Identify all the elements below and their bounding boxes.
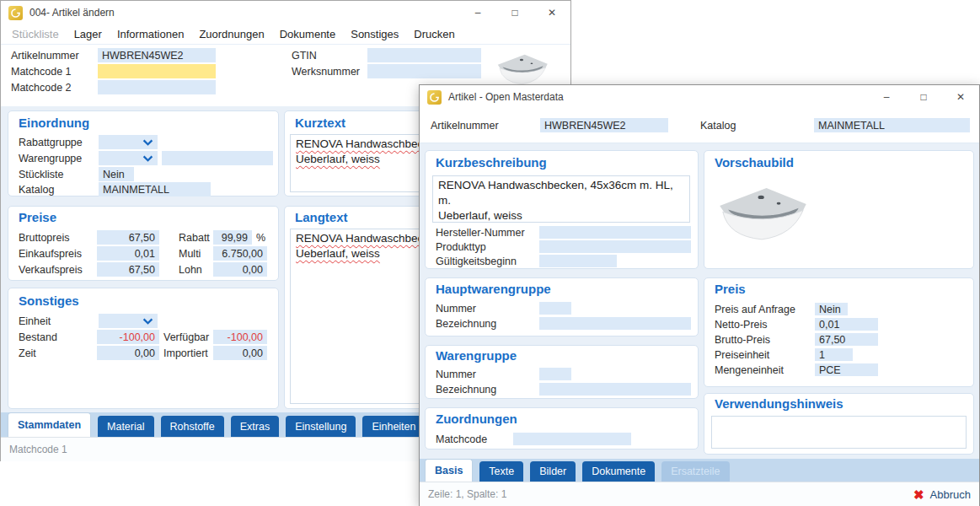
werksnummer-label: Werksnummer	[292, 66, 360, 78]
warengruppe-text-field[interactable]	[162, 151, 273, 165]
close-button[interactable]: ✕	[533, 1, 570, 24]
hersteller-nummer-label: Hersteller-Nummer	[436, 227, 525, 239]
gueltigkeitsbeginn-label: Gültigkeitsbeginn	[436, 256, 517, 267]
menu-drucken[interactable]: Drucken	[406, 28, 462, 40]
tab-basis[interactable]: Basis	[425, 459, 473, 482]
langtext-title: Langtext	[295, 210, 348, 224]
bestand-label: Bestand	[19, 331, 57, 343]
matchcode1-label: Matchcode 1	[11, 66, 72, 78]
tab-dokumente[interactable]: Dokumente	[582, 461, 655, 482]
menu-lager[interactable]: Lager	[67, 28, 110, 40]
wg-bezeichnung-field[interactable]	[539, 383, 691, 396]
panel-sonstiges: Sonstiges Einheit Bestand -100,00 Verfüg…	[8, 288, 279, 409]
hwg-bezeichnung-field[interactable]	[539, 317, 691, 330]
verfuegbar-field[interactable]: -100,00	[213, 330, 267, 344]
window-title: Artikel - Open Masterdata	[448, 91, 564, 103]
tab-extras[interactable]: Extras	[231, 416, 279, 437]
netto-preis-label: Netto-Preis	[715, 319, 768, 331]
tab-stammdaten[interactable]: Stammdaten	[8, 412, 91, 437]
tab-bilder[interactable]: Bilder	[530, 461, 576, 482]
mengeneinheit-label: Mengeneinheit	[715, 364, 784, 376]
titlebar[interactable]: 004- Artikel ändern – □ ✕	[1, 1, 570, 24]
bestand-field[interactable]: -100,00	[97, 330, 159, 344]
panel-zuordnungen: Zuordnungen Matchcode	[425, 407, 699, 449]
matchcode2-field[interactable]	[98, 80, 216, 94]
netto-preis-field[interactable]: 0,01	[815, 318, 878, 331]
warengruppe-dropdown[interactable]	[99, 151, 158, 165]
rabatt-percent-suffix: %	[256, 232, 265, 244]
menu-zuordnungen[interactable]: Zuordnungen	[191, 28, 271, 40]
einkaufspreis-label: Einkaufspreis	[19, 248, 82, 260]
hwg-nummer-field[interactable]	[539, 302, 571, 315]
rabattgruppe-label: Rabattgruppe	[19, 137, 83, 148]
rabatt-field[interactable]: 99,99	[213, 230, 252, 245]
bruttopreis-field[interactable]: 67,50	[97, 230, 159, 245]
wg-nummer-field[interactable]	[539, 368, 571, 380]
einordnung-title: Einordnung	[19, 116, 89, 130]
status-text: Matchcode 1	[9, 444, 67, 455]
stueckliste-field[interactable]: Nein	[99, 167, 134, 181]
close-button[interactable]: ✕	[942, 85, 979, 109]
panel-preise: Preise Bruttopreis 67,50 Rabatt 99,99 % …	[8, 206, 279, 281]
minimize-button[interactable]: –	[868, 85, 905, 109]
verkaufspreis-field[interactable]: 67,50	[97, 262, 159, 277]
stueckliste-label: Stückliste	[19, 169, 64, 180]
multi-field[interactable]: 6.750,00	[213, 246, 267, 261]
hersteller-nummer-field[interactable]	[539, 226, 691, 239]
katalog-field[interactable]: MAINMETALL	[814, 118, 970, 132]
werksnummer-field[interactable]	[367, 64, 481, 78]
panel-kurzbeschreibung: Kurzbeschreibung RENOVA Handwaschbecken,…	[425, 150, 699, 269]
maximize-button[interactable]: □	[496, 1, 533, 24]
screen: 004- Artikel ändern – □ ✕ Stückliste Lag…	[0, 0, 980, 506]
preis-auf-anfrage-field[interactable]: Nein	[815, 303, 848, 315]
preis-auf-anfrage-label: Preis auf Anfrage	[715, 304, 795, 315]
titlebar[interactable]: Artikel - Open Masterdata – □ ✕	[420, 85, 979, 109]
kurztext-title: Kurztext	[295, 116, 345, 130]
preiseinheit-field[interactable]: 1	[815, 348, 853, 361]
brutto-preis-label: Brutto-Preis	[715, 334, 770, 346]
bezeichnung-label: Bezeichnung	[436, 384, 496, 396]
minimize-button[interactable]: –	[459, 1, 496, 24]
menu-informationen[interactable]: Informationen	[110, 28, 192, 40]
tab-einstellung[interactable]: Einstellung	[286, 416, 356, 437]
cursor-position-text: Zeile: 1, Spalte: 1	[428, 488, 506, 500]
artikelnummer-field[interactable]: HWBREN45WE2	[98, 48, 216, 62]
einkaufspreis-field[interactable]: 0,01	[97, 246, 159, 261]
katalog-label: Katalog	[19, 184, 54, 196]
bottom-tabstrip: Basis Texte Bilder Dokumente Ersatzteile	[420, 459, 979, 482]
verwendungshinweis-textbox[interactable]	[711, 416, 967, 449]
gueltigkeitsbeginn-field[interactable]	[539, 255, 617, 267]
gtin-field[interactable]	[367, 48, 481, 62]
kurzbeschreibung-textbox[interactable]: RENOVA Handwaschbecken, 45x36cm m. HL, m…	[432, 175, 690, 223]
tab-texte[interactable]: Texte	[479, 461, 523, 482]
importiert-label: Importiert	[163, 347, 208, 359]
mengeneinheit-field[interactable]: PCE	[815, 363, 878, 376]
tab-rohstoffe[interactable]: Rohstoffe	[161, 416, 224, 437]
abbruch-button[interactable]: ✖ Abbruch	[913, 488, 971, 501]
window-open-masterdata: Artikel - Open Masterdata – □ ✕ Artikeln…	[419, 84, 980, 506]
preiseinheit-label: Preiseinheit	[715, 349, 769, 361]
zuordnungen-title: Zuordnungen	[436, 412, 517, 426]
lohn-field[interactable]: 0,00	[213, 262, 267, 277]
panel-warengruppe: Warengruppe Nummer Bezeichnung	[425, 345, 699, 399]
matchcode-field[interactable]	[513, 433, 631, 445]
matchcode1-field[interactable]	[98, 64, 216, 78]
maximize-button[interactable]: □	[905, 85, 942, 109]
rabattgruppe-dropdown[interactable]	[99, 135, 158, 149]
menu-sonstiges[interactable]: Sonstiges	[343, 28, 406, 40]
brutto-preis-field[interactable]: 67,50	[815, 333, 878, 346]
artikelnummer-field[interactable]: HWBREN45WE2	[540, 118, 668, 132]
importiert-field[interactable]: 0,00	[213, 346, 267, 360]
zeit-field[interactable]: 0,00	[97, 346, 159, 360]
produkttyp-field[interactable]	[539, 240, 691, 253]
zeit-label: Zeit	[19, 347, 36, 359]
artikelnummer-label: Artikelnummer	[431, 120, 499, 132]
warengruppe-title: Warengruppe	[436, 348, 517, 363]
katalog-field[interactable]: MAINMETALL	[99, 182, 211, 196]
menu-dokumente[interactable]: Dokumente	[272, 28, 343, 40]
menubar: Stückliste Lager Informationen Zuordnung…	[1, 24, 570, 45]
einheit-dropdown[interactable]	[99, 314, 158, 328]
tab-material[interactable]: Material	[98, 416, 153, 437]
washbasin-preview-image	[713, 176, 812, 250]
tab-einheiten[interactable]: Einheiten	[362, 416, 425, 437]
